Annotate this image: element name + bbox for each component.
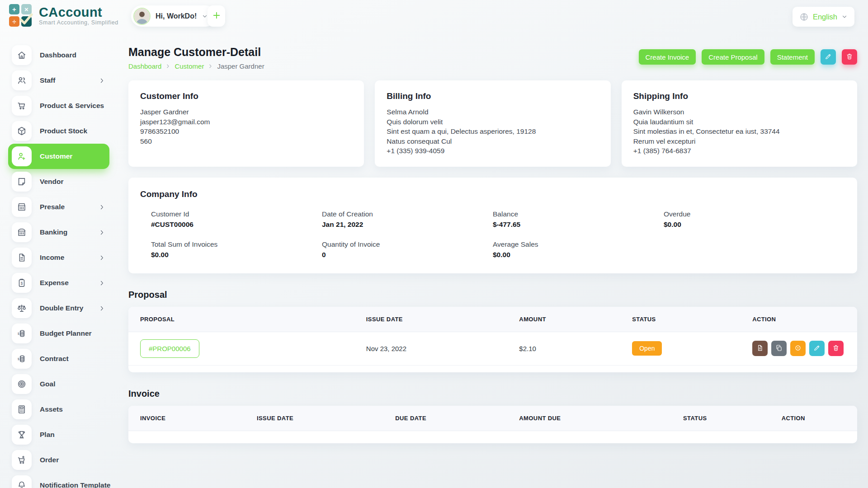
proposal-number-link[interactable]: #PROP00006 xyxy=(140,339,199,358)
sidebar-item-label: Staff xyxy=(40,76,55,84)
brand-name: CAccount xyxy=(39,5,118,19)
field-value: $-477.65 xyxy=(493,221,664,229)
field-value: $0.00 xyxy=(493,251,664,259)
company-field-customer-id: Customer Id#CUST00006 xyxy=(151,210,322,229)
invoice-table: INVOICEISSUE DATEDUE DATEAMOUNT DUESTATU… xyxy=(128,406,857,444)
scale-icon xyxy=(12,298,32,318)
sidebar-item-notification-template[interactable]: Notification Template xyxy=(8,473,109,488)
sidebar-item-label: Income xyxy=(40,253,64,262)
column-header-status: STATUS xyxy=(627,307,748,332)
chevron-down-icon xyxy=(841,14,848,20)
sidebar-item-contract[interactable]: $Contract xyxy=(8,346,109,371)
info-line: Rerum vel excepturi xyxy=(633,136,845,146)
sidebar-item-budget-planner[interactable]: $Budget Planner xyxy=(8,321,109,346)
billing-info-card: Billing Info Selma ArnoldQuis dolorum ve… xyxy=(375,80,610,167)
sidebar-item-label: Assets xyxy=(40,405,63,413)
chevron-right-icon xyxy=(99,230,105,235)
view-action-button[interactable] xyxy=(790,341,806,356)
proposal-table-card: PROPOSALISSUE DATEAMOUNTSTATUSACTION#PRO… xyxy=(128,307,857,372)
create-proposal-button[interactable]: Create Proposal xyxy=(702,49,764,65)
svg-text:$: $ xyxy=(18,357,19,361)
sidebar-item-banking[interactable]: Banking xyxy=(8,220,109,245)
field-value: 0 xyxy=(322,251,493,259)
sidebar-item-label: Goal xyxy=(40,380,55,388)
breadcrumb: DashboardCustomerJasper Gardner xyxy=(128,62,264,70)
delete-action-button[interactable] xyxy=(828,341,844,356)
company-info-grid: Customer Id#CUST00006Date of CreationJan… xyxy=(128,204,857,259)
info-line: Sint molestias in et, Consectetur ea ius… xyxy=(633,127,845,136)
info-line: Quis dolorum velit xyxy=(387,117,599,127)
create-invoice-button[interactable]: Create Invoice xyxy=(639,49,696,65)
sidebar-item-double-entry[interactable]: Double Entry xyxy=(8,296,109,321)
shipping-info-card: Shipping Info Gavin WilkersonQuia laudan… xyxy=(622,80,857,167)
sidebar-item-label: Customer xyxy=(40,152,72,160)
avatar xyxy=(133,8,151,25)
user-menu[interactable]: Hi, WorkDo! xyxy=(131,5,216,27)
sidebar-item-product-services[interactable]: Product & Services xyxy=(8,93,109,118)
bell-icon xyxy=(12,475,32,488)
company-field-total-sum-of-invoices: Total Sum of Invoices$0.00 xyxy=(151,240,322,259)
info-line: Sint est quam a qui, Delectus asperiores… xyxy=(387,127,599,136)
breadcrumb-link-customer[interactable]: Customer xyxy=(175,62,204,70)
store-icon xyxy=(12,197,32,217)
column-header-issue-date: ISSUE DATE xyxy=(252,406,391,431)
copy-icon xyxy=(775,344,783,353)
brand-logo-icon: + × ÷ xyxy=(9,4,32,27)
breadcrumb-link-dashboard[interactable]: Dashboard xyxy=(128,62,161,70)
sidebar-item-product-stock[interactable]: Product Stock xyxy=(8,118,109,144)
sidebar-item-staff[interactable]: Staff xyxy=(8,68,109,93)
company-info-card: Company Info Customer Id#CUST00006Date o… xyxy=(128,178,857,273)
statement-button[interactable]: Statement xyxy=(770,49,815,65)
sidebar-item-assets[interactable]: Assets xyxy=(8,397,109,422)
chevron-right-icon xyxy=(99,204,105,210)
sidebar-item-income[interactable]: Income xyxy=(8,245,109,270)
pencil-icon xyxy=(825,53,832,61)
check-icon xyxy=(17,10,35,27)
column-header-invoice: INVOICE xyxy=(128,406,252,431)
page-title: Manage Customer-Detail xyxy=(128,46,264,59)
sidebar-item-expense[interactable]: $Expense xyxy=(8,270,109,296)
cart-plus-icon xyxy=(12,450,32,470)
trophy-icon xyxy=(12,425,32,445)
field-value: Jan 21, 2022 xyxy=(322,221,493,229)
info-line: Quia laudantium sit xyxy=(633,117,845,127)
sidebar-item-label: Order xyxy=(40,456,59,464)
chevron-right-icon xyxy=(99,78,105,84)
sidebar-item-customer[interactable]: Customer xyxy=(8,144,109,169)
circle-dot-icon xyxy=(794,344,802,353)
row-actions xyxy=(752,341,853,356)
column-header-status: STATUS xyxy=(679,406,777,431)
sidebar-item-label: Expense xyxy=(40,279,69,287)
brand: + × ÷ CAccount Smart Accounting, Simplif… xyxy=(9,4,118,27)
field-label: Overdue xyxy=(664,210,835,218)
file-action-button[interactable] xyxy=(752,341,768,356)
sidebar-item-plan[interactable]: Plan xyxy=(8,422,109,447)
company-field-quantity-of-invoice: Quantity of Invoice0 xyxy=(322,240,493,259)
card-title: Shipping Info xyxy=(633,91,845,101)
copy-action-button[interactable] xyxy=(771,341,787,356)
sidebar-item-label: Budget Planner xyxy=(40,329,92,338)
sidebar-item-label: Dashboard xyxy=(40,51,76,59)
sidebar-item-order[interactable]: Order xyxy=(8,447,109,473)
cart-icon xyxy=(12,96,32,116)
edit-action-button[interactable] xyxy=(809,341,825,356)
sidebar-item-presale[interactable]: Presale xyxy=(8,194,109,220)
sidebar-item-goal[interactable]: Goal xyxy=(8,371,109,397)
language-selector[interactable]: English xyxy=(793,7,854,27)
info-line: +1 (385) 764-6837 xyxy=(633,146,845,156)
delete-customer-button[interactable] xyxy=(842,49,857,65)
note-icon xyxy=(12,172,32,192)
quick-add-button[interactable] xyxy=(208,5,225,27)
sidebar-item-vendor[interactable]: Vendor xyxy=(8,169,109,194)
coins-icon: $ xyxy=(12,324,32,343)
sidebar-item-dashboard[interactable]: Dashboard xyxy=(8,42,109,68)
file-icon xyxy=(12,248,32,267)
plus-icon xyxy=(212,10,222,22)
invoice-section-title: Invoice xyxy=(128,389,857,399)
pencil-icon xyxy=(813,344,821,353)
column-header-action: ACTION xyxy=(777,406,857,431)
invoice-table-card: INVOICEISSUE DATEDUE DATEAMOUNT DUESTATU… xyxy=(128,406,857,444)
sidebar-item-label: Notification Template xyxy=(40,481,110,488)
edit-customer-button[interactable] xyxy=(821,49,836,65)
sidebar-item-label: Double Entry xyxy=(40,304,83,312)
